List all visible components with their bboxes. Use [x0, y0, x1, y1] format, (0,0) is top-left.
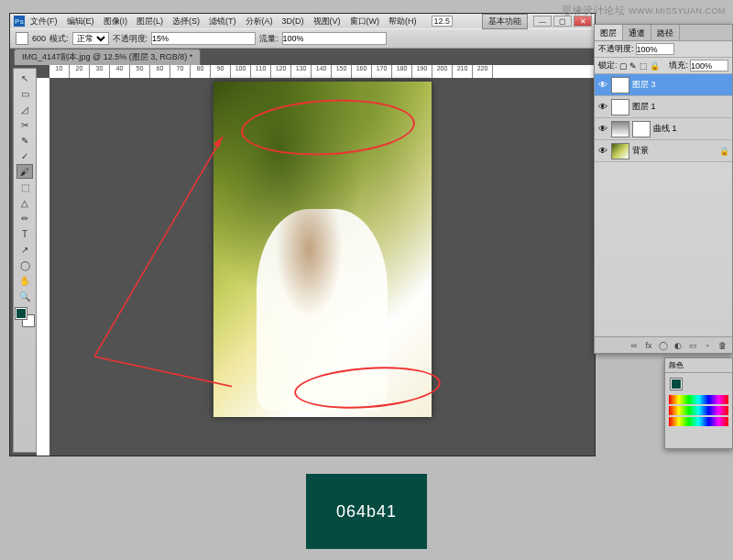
menu-filter[interactable]: 滤镜(T)	[205, 16, 240, 27]
visibility-icon[interactable]: 👁	[597, 102, 608, 113]
ruler-horizontal: 1020304050607080901001101201301401501601…	[49, 65, 595, 78]
layer-name: 背景	[632, 145, 649, 157]
workspace-button[interactable]: 基本功能	[482, 14, 528, 29]
layer-row[interactable]: 👁 曲线 1	[595, 118, 732, 140]
svg-marker-1	[213, 137, 223, 148]
color-panel: 颜色	[664, 357, 733, 449]
link-layers-icon[interactable]: ∞	[628, 340, 640, 351]
layer-fill-input[interactable]	[690, 60, 728, 71]
adjustment-icon[interactable]: ◐	[672, 340, 684, 351]
menu-select[interactable]: 选择(S)	[169, 16, 203, 27]
layer-thumb	[611, 99, 629, 115]
pencil-tool[interactable]: ✏	[16, 211, 33, 225]
layer-thumb	[611, 77, 629, 93]
toolbox: ↖ ▭ ◿ ✂ ✎ ✓ 🖌 ⬚ △ ✏ T ↗ ◯ ✋ 🔍	[13, 68, 37, 453]
lasso-tool[interactable]: ◿	[16, 102, 33, 116]
lock-icon: 🔒	[719, 147, 729, 156]
tab-layers[interactable]: 图层	[595, 25, 623, 40]
menu-layer[interactable]: 图层(L)	[133, 16, 167, 27]
annotation-arrows	[85, 82, 232, 430]
tab-paths[interactable]: 路径	[651, 25, 680, 40]
hand-tool[interactable]: ✋	[16, 273, 33, 288]
minimize-button[interactable]: —	[533, 16, 552, 27]
flow-label: 流量:	[259, 33, 279, 45]
healing-tool[interactable]: ✓	[16, 148, 33, 163]
layer-thumb	[611, 143, 629, 159]
menu-image[interactable]: 图像(I)	[100, 16, 132, 27]
marquee-tool[interactable]: ▭	[16, 86, 33, 101]
menu-view[interactable]: 视图(V)	[310, 16, 345, 27]
lock-icons[interactable]: ▢ ✎ ⬚ 🔒	[619, 61, 661, 71]
lock-label: 锁定:	[598, 60, 618, 71]
photoshop-window: Ps 文件(F) 编辑(E) 图像(I) 图层(L) 选择(S) 滤镜(T) 分…	[9, 13, 596, 456]
brush-size: 600	[32, 34, 46, 43]
zoom-field[interactable]: 12.5	[432, 16, 454, 27]
svg-line-0	[94, 137, 223, 357]
options-bar: 600 模式: 正常 不透明度: 流量:	[10, 28, 595, 49]
document-image[interactable]	[213, 82, 432, 417]
menu-bar: Ps 文件(F) 编辑(E) 图像(I) 图层(L) 选择(S) 滤镜(T) 分…	[10, 14, 595, 28]
layer-row[interactable]: 👁 图层 3	[595, 74, 732, 96]
menu-file[interactable]: 文件(F)	[27, 16, 61, 27]
zoom-tool[interactable]: 🔍	[16, 289, 33, 303]
menu-help[interactable]: 帮助(H)	[385, 16, 421, 27]
visibility-icon[interactable]: 👁	[597, 146, 608, 157]
layer-row[interactable]: 👁 图层 1	[595, 96, 732, 118]
color-tab[interactable]: 颜色	[665, 358, 732, 373]
flow-input[interactable]	[282, 32, 387, 45]
visibility-icon[interactable]: 👁	[597, 80, 608, 91]
panel-footer: ∞ fx ◯ ◐ ▭ ▫ 🗑	[595, 336, 732, 353]
group-icon[interactable]: ▭	[686, 340, 699, 351]
foreground-color-swatch[interactable]	[16, 308, 27, 319]
layer-opacity-input[interactable]	[636, 43, 674, 55]
fx-icon[interactable]: fx	[642, 340, 655, 351]
layer-thumb	[611, 121, 629, 137]
layer-mask-thumb	[632, 121, 651, 137]
mask-icon[interactable]: ◯	[657, 340, 670, 351]
color-swatches[interactable]	[16, 308, 34, 326]
panel-tabs: 图层 通道 路径	[595, 25, 732, 41]
brush-tool[interactable]: 🖌	[16, 164, 33, 179]
type-tool[interactable]: T	[16, 226, 33, 241]
brush-preset-icon[interactable]	[16, 32, 28, 45]
opacity-label: 不透明度:	[598, 43, 634, 55]
menu-3d[interactable]: 3D(D)	[279, 16, 308, 26]
opacity-label: 不透明度:	[113, 33, 148, 45]
watermark: 思缘设计论坛 WWW.MISSYUAN.COM	[562, 4, 726, 17]
shape-tool[interactable]: ◯	[16, 258, 33, 272]
layer-name: 图层 1	[632, 101, 656, 113]
new-layer-icon[interactable]: ▫	[701, 340, 714, 351]
color-swatch[interactable]	[671, 379, 682, 390]
svg-line-2	[94, 357, 232, 402]
delete-icon[interactable]: 🗑	[716, 340, 728, 351]
tab-channels[interactable]: 通道	[623, 25, 651, 40]
gradient-tool[interactable]: △	[16, 195, 33, 210]
annotation-ellipse-top	[239, 95, 416, 159]
menu-edit[interactable]: 编辑(E)	[63, 16, 98, 27]
ps-logo-icon: Ps	[14, 16, 25, 27]
layer-name: 曲线 1	[653, 123, 677, 135]
crop-tool[interactable]: ✂	[16, 117, 33, 132]
gradient-strip[interactable]	[669, 395, 728, 404]
layer-list: 👁 图层 3 👁 图层 1 👁 曲线 1 👁 背景 🔒	[595, 74, 732, 162]
menu-window[interactable]: 窗口(W)	[346, 16, 384, 27]
menu-analysis[interactable]: 分析(A)	[242, 16, 277, 27]
gradient-strip[interactable]	[669, 406, 728, 415]
blend-mode-select[interactable]: 正常	[72, 32, 109, 45]
gradient-strip[interactable]	[669, 417, 728, 426]
document-tab[interactable]: IMG_4147副本.jpg @ 12.5% (图层 3, RGB/8) *	[14, 49, 201, 65]
layer-name: 图层 3	[632, 79, 656, 91]
fill-label: 填充:	[669, 60, 688, 71]
canvas-area: 1020304050607080901001101201301401501601…	[37, 65, 595, 456]
color-chip: 064b41	[306, 474, 427, 549]
hex-value: 064b41	[336, 502, 397, 522]
eyedropper-tool[interactable]: ✎	[16, 133, 33, 148]
stamp-tool[interactable]: ⬚	[16, 180, 33, 194]
move-tool[interactable]: ↖	[16, 71, 33, 85]
path-tool[interactable]: ↗	[16, 242, 33, 257]
layer-row[interactable]: 👁 背景 🔒	[595, 140, 732, 162]
layers-panel: 图层 通道 路径 不透明度: 锁定: ▢ ✎ ⬚ 🔒 填充: 👁 图层 3 👁 …	[594, 24, 733, 354]
visibility-icon[interactable]: 👁	[597, 124, 608, 135]
opacity-input[interactable]	[151, 32, 256, 45]
ruler-vertical	[37, 78, 49, 456]
